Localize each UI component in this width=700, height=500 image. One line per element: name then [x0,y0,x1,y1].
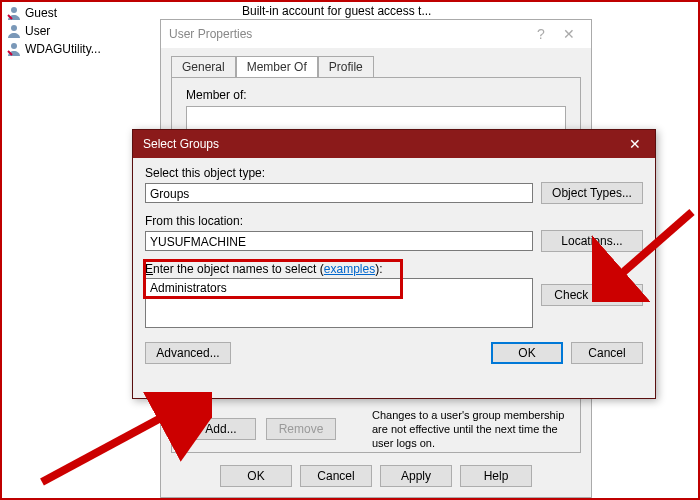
cancel-button-label: Cancel [588,346,625,360]
locations-button[interactable]: Locations... [541,230,643,252]
ok-button[interactable]: OK [220,465,292,487]
apply-button-label: Apply [401,469,431,483]
list-item-label: Guest [25,6,57,20]
object-names-input[interactable]: Administrators [145,278,533,328]
remove-button-label: Remove [279,422,324,436]
examples-link[interactable]: examples [324,262,375,276]
dialog-title: User Properties [169,27,527,41]
help-button-label: Help [484,469,509,483]
advanced-button[interactable]: Advanced... [145,342,231,364]
cancel-button-label: Cancel [317,469,354,483]
dialog-title: Select Groups [143,137,615,151]
apply-button[interactable]: Apply [380,465,452,487]
location-label: From this location: [145,214,643,228]
close-button[interactable]: ✕ [555,26,583,42]
close-button[interactable]: ✕ [615,130,655,158]
ok-button-label: OK [518,346,535,360]
list-item[interactable]: User [4,22,154,40]
ok-button-label: OK [247,469,264,483]
add-button-label: Add... [205,422,236,436]
location-field[interactable]: YUSUFMACHINE [145,231,533,251]
object-types-button[interactable]: Object Types... [541,182,643,204]
svg-point-1 [11,25,17,31]
cancel-button[interactable]: Cancel [300,465,372,487]
check-names-button[interactable]: Check Names [541,284,643,306]
add-button[interactable]: Add... [186,418,256,440]
user-description: Built-in account for guest access t... [242,4,431,18]
select-groups-dialog: Select Groups ✕ Select this object type:… [132,129,656,399]
tab-profile[interactable]: Profile [318,56,374,77]
list-item[interactable]: WDAGUtility... [4,40,154,58]
user-icon [6,41,22,57]
list-item-label: WDAGUtility... [25,42,101,56]
user-list: Guest User WDAGUtility... [4,4,154,58]
help-button[interactable]: ? [527,26,555,42]
cancel-button[interactable]: Cancel [571,342,643,364]
remove-button: Remove [266,418,336,440]
tab-member-of[interactable]: Member Of [236,56,318,77]
check-names-button-label: Check Names [554,288,629,302]
tab-strip: General Member Of Profile [171,56,374,77]
object-type-label: Select this object type: [145,166,643,180]
list-item[interactable]: Guest [4,4,154,22]
list-item-label: User [25,24,50,38]
help-button[interactable]: Help [460,465,532,487]
member-of-label: Member of: [186,88,247,102]
advanced-button-label: Advanced... [156,346,219,360]
locations-button-label: Locations... [561,234,622,248]
membership-note: Changes to a user's group membership are… [372,408,566,450]
user-icon [6,23,22,39]
ok-button[interactable]: OK [491,342,563,364]
object-names-label-post: ): [375,262,382,276]
object-types-button-label: Object Types... [552,186,632,200]
svg-point-0 [11,7,17,13]
object-names-label: EEnter the object names to select (nter … [145,262,643,276]
titlebar: Select Groups ✕ [133,130,655,158]
svg-point-2 [11,43,17,49]
object-names-value: Administrators [150,281,227,295]
svg-line-4 [42,412,172,482]
screenshot-stage: Guest User WDAGUtility... Built-in accou… [0,0,700,500]
dialog-button-row: OK Cancel Apply Help [161,465,591,487]
titlebar: User Properties ? ✕ [161,20,591,48]
user-icon [6,5,22,21]
object-type-field[interactable]: Groups [145,183,533,203]
tab-general[interactable]: General [171,56,236,77]
